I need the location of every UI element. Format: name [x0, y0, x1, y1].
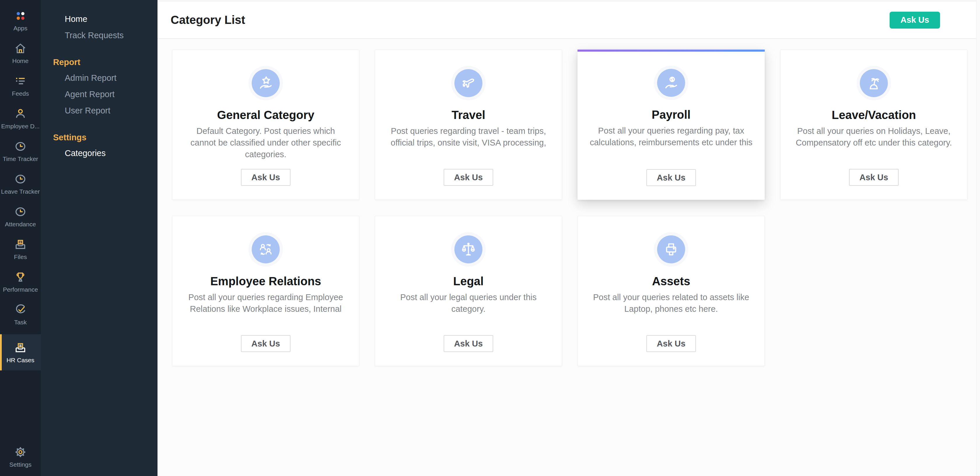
sidebar-item-user-report[interactable]: User Report — [41, 103, 158, 118]
rail-item-apps[interactable]: Apps — [0, 4, 41, 37]
hand-star-icon — [252, 69, 280, 97]
files-tray-icon — [14, 238, 27, 251]
category-grid: General Category Default Category. Post … — [158, 39, 980, 366]
rail-item-label: Time Tracker — [3, 156, 38, 162]
category-card-assets: Assets Post all your queries related to … — [578, 216, 765, 366]
rail-item-attendance[interactable]: Attendance — [0, 200, 41, 233]
card-ask-us-button[interactable]: Ask Us — [444, 169, 493, 186]
sidebar-item-admin-report[interactable]: Admin Report — [41, 70, 158, 86]
trophy-icon — [14, 271, 27, 283]
rail-item-settings[interactable]: Settings — [0, 440, 41, 473]
card-ask-us-button[interactable]: Ask Us — [444, 335, 493, 352]
header-ask-us-button[interactable]: Ask Us — [889, 12, 940, 29]
icon-halo — [248, 66, 283, 100]
employee-icon — [14, 107, 27, 120]
rail-spacer — [0, 371, 41, 440]
rail-item-files[interactable]: Files — [0, 233, 41, 266]
card-title: Travel — [452, 108, 485, 122]
sidebar-item-categories[interactable]: Categories — [41, 145, 158, 161]
clock-icon — [14, 173, 27, 186]
rail-item-label: Attendance — [5, 221, 36, 228]
rail-item-leave-tracker[interactable]: Leave Tracker — [0, 167, 41, 200]
clock-icon — [14, 205, 27, 218]
sidebar-item-agent-report[interactable]: Agent Report — [41, 86, 158, 102]
rail-item-label: Feeds — [12, 90, 29, 97]
page-title: Category List — [171, 13, 245, 27]
card-ask-us-button[interactable]: Ask Us — [849, 169, 899, 186]
sidebar-section-settings: Settings — [41, 129, 158, 145]
clock-icon — [14, 140, 27, 153]
card-title: Payroll — [652, 108, 690, 121]
card-description: Post all your queries regarding pay, tax… — [589, 125, 754, 148]
category-card-general: General Category Default Category. Post … — [172, 49, 360, 200]
rail-item-label: Employee D... — [1, 123, 40, 130]
scales-icon — [454, 236, 482, 263]
icon-halo — [857, 66, 891, 100]
card-ask-us-button[interactable]: Ask Us — [241, 335, 291, 352]
rail-item-hr-cases[interactable]: HR Cases — [0, 334, 41, 371]
rail-item-label: Home — [12, 57, 29, 64]
sidebar-section-report: Report — [41, 54, 158, 70]
card-ask-us-button[interactable]: Ask Us — [646, 169, 696, 186]
card-description: Post all your queries related to assets … — [589, 291, 753, 315]
card-description: Post all your legal queries under this c… — [386, 291, 550, 315]
icon-halo — [248, 232, 283, 267]
card-title: Legal — [453, 275, 484, 288]
home-icon — [14, 42, 27, 55]
rail-item-performance[interactable]: Performance — [0, 266, 41, 298]
card-description: Post all your queries regarding Employee… — [183, 291, 348, 315]
airplane-icon — [454, 69, 482, 97]
module-sidebar: Home Track Requests Report Admin Report … — [41, 0, 158, 476]
palm-island-icon — [860, 69, 888, 97]
icon-halo — [451, 232, 485, 267]
rail-item-label: Apps — [13, 25, 27, 32]
feeds-icon — [14, 75, 27, 88]
printer-icon — [657, 236, 685, 263]
hr-cases-tray-icon — [14, 341, 27, 354]
card-ask-us-button[interactable]: Ask Us — [241, 169, 291, 186]
card-title: Employee Relations — [210, 275, 321, 288]
rail-item-feeds[interactable]: Feeds — [0, 69, 41, 102]
vertical-scrollbar[interactable] — [976, 0, 980, 476]
category-card-travel: Travel Post queries regarding travel - t… — [375, 49, 562, 200]
card-title: General Category — [217, 108, 314, 122]
card-description: Post all your queries on Holidays, Leave… — [792, 125, 956, 148]
category-card-payroll: Payroll Post all your queries regarding … — [578, 49, 765, 200]
rail-item-label: Files — [14, 253, 27, 261]
rail-item-label: Task — [14, 319, 27, 326]
rail-item-home[interactable]: Home — [0, 37, 41, 69]
rail-item-task[interactable]: Task — [0, 298, 41, 331]
rail-item-label: Settings — [10, 461, 32, 468]
rail-item-time-tracker[interactable]: Time Tracker — [0, 135, 41, 167]
rail-item-label: Performance — [3, 286, 38, 293]
sidebar-item-track-requests[interactable]: Track Requests — [41, 27, 158, 43]
sidebar-item-home[interactable]: Home — [41, 11, 158, 27]
icon-halo — [451, 66, 485, 100]
gear-icon — [14, 446, 27, 458]
icon-halo — [654, 232, 688, 267]
main-content: Category List Ask Us General Category De… — [158, 0, 980, 476]
apps-grid-icon — [14, 10, 27, 22]
category-card-leave-vacation: Leave/Vacation Post all your queries on … — [780, 49, 967, 200]
card-description: Default Category. Post queries which can… — [183, 125, 348, 160]
icon-rail: Apps Home Feeds Employee D... Time Track… — [0, 0, 41, 476]
card-description: Post queries regarding travel - team tri… — [386, 125, 550, 148]
rail-item-label: Leave Tracker — [1, 188, 40, 195]
card-title: Assets — [652, 275, 690, 288]
card-title: Leave/Vacation — [832, 108, 916, 122]
icon-halo — [654, 65, 688, 100]
rail-item-label: HR Cases — [6, 357, 34, 364]
people-exchange-icon — [252, 236, 280, 263]
hand-coin-icon — [657, 69, 685, 97]
check-circle-icon — [14, 303, 27, 316]
page-header: Category List Ask Us — [158, 0, 980, 39]
card-ask-us-button[interactable]: Ask Us — [646, 335, 696, 352]
category-card-legal: Legal Post all your legal queries under … — [375, 216, 562, 366]
category-card-employee-relations: Employee Relations Post all your queries… — [172, 216, 360, 366]
rail-item-employee-directory[interactable]: Employee D... — [0, 102, 41, 135]
